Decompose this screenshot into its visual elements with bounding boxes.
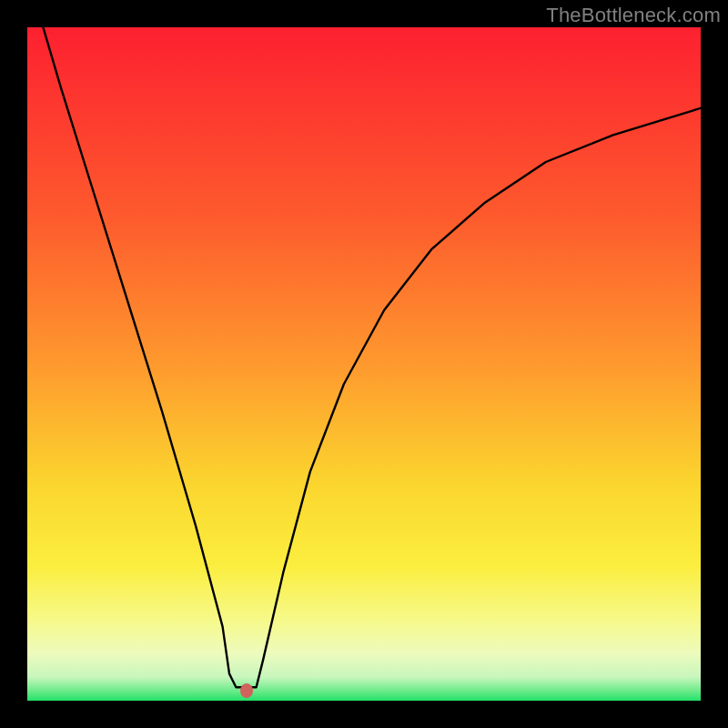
watermark-text: TheBottleneck.com	[546, 4, 721, 27]
chart-frame: TheBottleneck.com	[0, 0, 728, 728]
optimal-point-marker	[240, 683, 253, 698]
plot-area	[27, 27, 701, 701]
bottleneck-curve	[27, 27, 701, 701]
